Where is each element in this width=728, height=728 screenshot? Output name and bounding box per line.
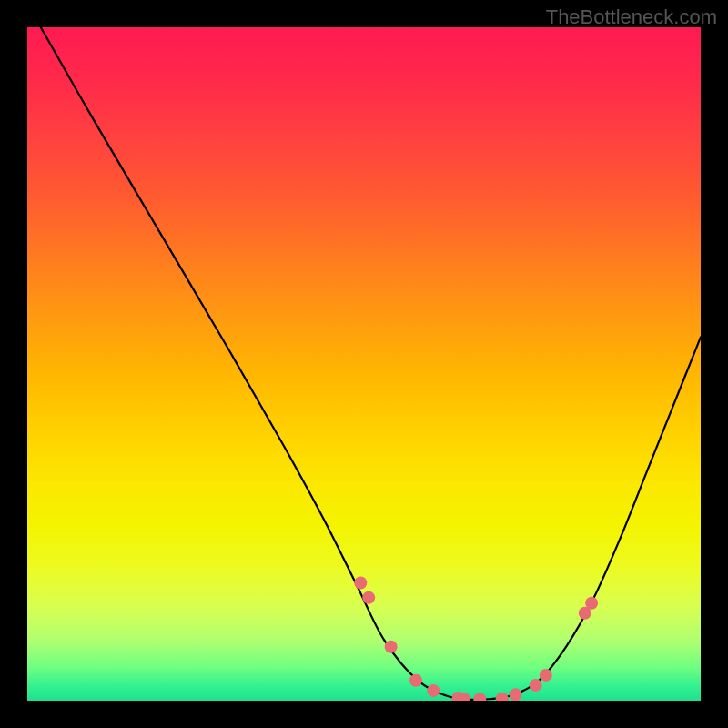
curve-marker xyxy=(410,674,422,687)
chart-svg xyxy=(27,27,701,701)
curve-marker xyxy=(362,592,375,604)
watermark-text: TheBottleneck.com xyxy=(546,5,717,29)
curve-marker xyxy=(530,679,542,692)
curve-marker xyxy=(427,684,440,697)
curve-marker xyxy=(385,641,398,653)
curve-marker xyxy=(473,693,486,701)
curve-marker xyxy=(354,577,367,590)
plot-area xyxy=(27,27,701,701)
curve-markers xyxy=(354,577,598,702)
curve-marker xyxy=(510,688,522,701)
curve-marker xyxy=(540,669,552,682)
curve-marker xyxy=(496,693,509,701)
curve-marker xyxy=(585,597,598,610)
